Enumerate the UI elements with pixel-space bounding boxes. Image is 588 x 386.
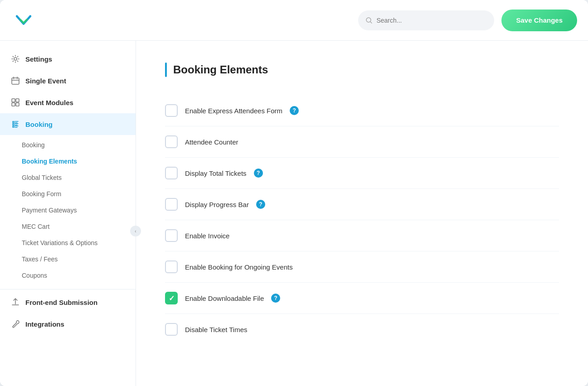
checkbox-enable-downloadable[interactable]: ✓	[165, 292, 178, 304]
sidebar-item-settings[interactable]: Settings	[0, 48, 136, 70]
option-disable-ticket-times: ✓ Disable Ticket Times	[165, 314, 559, 345]
option-enable-booking-ongoing: ✓ Enable Booking for Ongoing Events	[165, 251, 559, 283]
modules-icon	[11, 98, 20, 107]
sidebar-sub-booking-elements[interactable]: Booking Elements	[0, 153, 136, 169]
sidebar-main-section: Settings Single Event	[0, 44, 136, 338]
sidebar-sub-booking[interactable]: Booking	[0, 137, 136, 153]
check-icon: ✓	[169, 294, 175, 303]
sidebar-sub-coupons[interactable]: Coupons	[0, 267, 136, 284]
sidebar-sub-ticket-variations[interactable]: Ticket Variations & Options	[0, 235, 136, 251]
option-display-progress-bar: ✓ Display Progress Bar ?	[165, 189, 559, 220]
search-icon	[365, 17, 373, 24]
logo	[11, 8, 36, 33]
booking-sub-items: Booking Booking Elements Global Tickets …	[0, 135, 136, 287]
svg-rect-3	[12, 78, 19, 84]
option-enable-invoice: ✓ Enable Invoice	[165, 220, 559, 251]
checkbox-display-total-tickets[interactable]: ✓	[165, 167, 178, 179]
calendar-icon	[11, 76, 20, 85]
save-changes-button[interactable]: Save Changes	[501, 10, 577, 31]
sidebar-item-event-modules[interactable]: Event Modules	[0, 92, 136, 113]
sidebar-collapse-handle[interactable]: ‹	[130, 226, 141, 236]
body: Settings Single Event	[0, 41, 588, 386]
main-content: Booking Elements ✓ Enable Express Attend…	[136, 41, 588, 386]
sidebar-item-settings-label: Settings	[25, 55, 52, 63]
sidebar-item-event-modules-label: Event Modules	[25, 99, 73, 106]
booking-icon	[11, 120, 20, 129]
option-express-attendees: ✓ Enable Express Attendees Form ?	[165, 95, 559, 126]
sidebar: Settings Single Event	[0, 41, 136, 386]
option-enable-downloadable: ✓ Enable Downloadable File ?	[165, 283, 559, 314]
header: Save Changes	[0, 0, 588, 41]
option-label-display-progress-bar: Display Progress Bar	[185, 201, 249, 208]
search-input[interactable]	[376, 17, 487, 24]
help-icon-display-progress-bar[interactable]: ?	[256, 200, 265, 209]
option-label-enable-booking-ongoing: Enable Booking for Ongoing Events	[185, 263, 293, 271]
sidebar-sub-taxes-fees[interactable]: Taxes / Fees	[0, 251, 136, 267]
sidebar-item-booking-label: Booking	[25, 121, 53, 128]
search-bar	[358, 10, 494, 30]
sidebar-sub-global-tickets[interactable]: Global Tickets	[0, 169, 136, 186]
options-list: ✓ Enable Express Attendees Form ? ✓ Atte…	[165, 95, 559, 345]
sidebar-item-frontend-label: Front-end Submission	[25, 299, 97, 306]
svg-rect-0	[12, 9, 35, 32]
gear-icon	[11, 54, 20, 63]
page-title-wrap: Booking Elements	[165, 63, 559, 77]
sidebar-item-integrations[interactable]: Integrations	[0, 313, 136, 335]
wrench-icon	[11, 319, 20, 328]
sidebar-sub-booking-form[interactable]: Booking Form	[0, 186, 136, 202]
sidebar-item-booking[interactable]: Booking	[0, 113, 136, 135]
upload-icon	[11, 298, 20, 307]
checkbox-enable-invoice[interactable]: ✓	[165, 229, 178, 242]
option-label-display-total-tickets: Display Total Tickets	[185, 169, 247, 177]
option-attendee-counter: ✓ Attendee Counter	[165, 126, 559, 158]
sidebar-item-single-event-label: Single Event	[25, 77, 66, 85]
sidebar-sub-payment-gateways[interactable]: Payment Gateways	[0, 202, 136, 218]
page-title: Booking Elements	[173, 63, 268, 76]
sidebar-item-frontend-submission[interactable]: Front-end Submission	[0, 291, 136, 313]
svg-rect-7	[16, 103, 19, 106]
svg-rect-4	[12, 99, 15, 102]
help-icon-display-total-tickets[interactable]: ?	[254, 169, 263, 178]
checkbox-attendee-counter[interactable]: ✓	[165, 135, 178, 148]
svg-rect-6	[12, 103, 15, 106]
checkbox-express-attendees[interactable]: ✓	[165, 104, 178, 117]
checkbox-disable-ticket-times[interactable]: ✓	[165, 323, 178, 336]
checkbox-display-progress-bar[interactable]: ✓	[165, 198, 178, 211]
option-label-enable-invoice: Enable Invoice	[185, 232, 229, 240]
option-label-enable-downloadable: Enable Downloadable File	[185, 294, 264, 302]
svg-rect-5	[16, 99, 19, 102]
help-icon-enable-downloadable[interactable]: ?	[271, 294, 280, 303]
option-label-disable-ticket-times: Disable Ticket Times	[185, 326, 248, 333]
checkbox-enable-booking-ongoing[interactable]: ✓	[165, 261, 178, 273]
option-label-express-attendees: Enable Express Attendees Form	[185, 107, 282, 115]
page-title-bar	[165, 63, 167, 77]
sidebar-item-single-event[interactable]: Single Event	[0, 70, 136, 92]
sidebar-item-integrations-label: Integrations	[25, 320, 64, 328]
svg-point-2	[14, 58, 17, 60]
help-icon-express-attendees[interactable]: ?	[290, 106, 299, 115]
option-display-total-tickets: ✓ Display Total Tickets ?	[165, 158, 559, 189]
option-label-attendee-counter: Attendee Counter	[185, 138, 238, 146]
sidebar-sub-mec-cart[interactable]: MEC Cart	[0, 218, 136, 235]
